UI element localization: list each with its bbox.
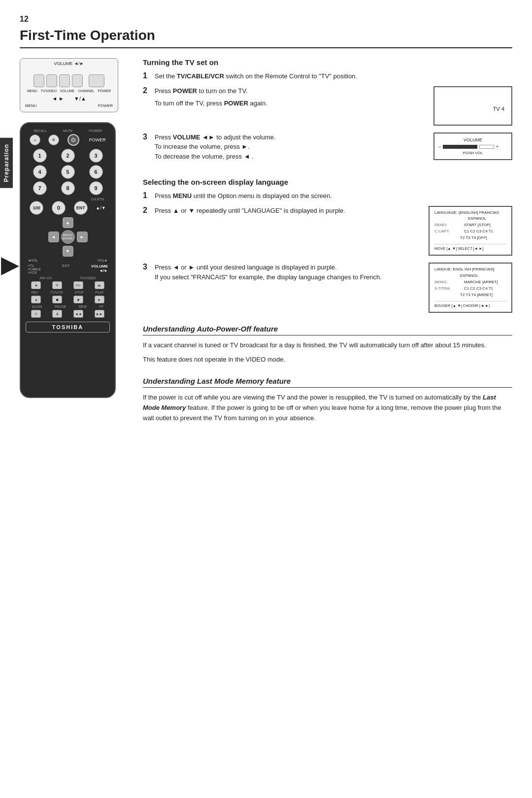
volume-minus: – (438, 144, 441, 149)
label-tvvcr: TV/VCR (50, 291, 63, 294)
lang-diag1-demo-value: START [STOP] (464, 222, 491, 229)
lang-step3-content: Press ◄ or ► until your desired language… (155, 263, 421, 282)
volume-bar-empty (479, 145, 494, 149)
step1-content: Set the TV/CABLE/VCR switch on the Remot… (155, 71, 512, 81)
dpad-center[interactable]: MENU/ENTER (61, 230, 75, 244)
dpad-left[interactable]: ◄ (48, 232, 59, 242)
btn-rew[interactable]: ◄◄ (73, 310, 83, 318)
lang-diag2-stitre-value: C1 C2 C3 C4 T1 (464, 286, 493, 292)
btn-rec[interactable]: ● (31, 296, 41, 303)
btn-stop[interactable]: ■ (73, 296, 83, 303)
remote-btn-power-top[interactable] (89, 74, 104, 87)
btn-fav-ch[interactable]: ▼ (31, 281, 41, 289)
lang-diag1-language: LANGUAGE: [ENGLISH] FRANCAIS (434, 210, 499, 216)
left-column: VOLUME ◄/► MENU TV/VIDEO VOLUME CHANNEL … (20, 58, 128, 435)
step2-num: 2 (143, 86, 151, 95)
lang-diag2-espanol: ESPANOL (460, 273, 478, 279)
language-diagram2: LANGUE: ENGL ISH [FRANCAIS] ESPANOL DEMO… (429, 263, 512, 313)
remote-top-diagram: VOLUME ◄/► MENU TV/VIDEO VOLUME CHANNEL … (20, 58, 118, 112)
section-language-title: Selecting the on-screen display language (143, 178, 512, 186)
label-cable: +CABLE (28, 267, 41, 271)
lang-step2-num: 2 (143, 206, 151, 215)
lang-step1-content: Press MENU until the Option menu is disp… (155, 191, 512, 201)
volume-label-top: VOLUME ◄/► (54, 61, 84, 66)
label-tv: +TV (28, 264, 41, 267)
label-exit: EXIT (62, 264, 70, 267)
btn-4[interactable]: 4 (33, 165, 47, 179)
tv-screen-diagram: TV 4 (433, 86, 512, 126)
page-number: 12 (20, 15, 512, 24)
label-tv-video: TV/VIDEO (80, 276, 96, 280)
label-play: PLAY (96, 291, 104, 294)
lang-diag2-stitre-label: S.TITRA: (434, 286, 460, 292)
lang-diag2-langue: LANGUE: ENGL ISH [FRANCAIS] (434, 266, 495, 273)
label-power-top: POWER (98, 89, 111, 93)
label-vol-left: ◄VOL (28, 259, 38, 262)
label-menu-bottom: MENU (25, 103, 37, 108)
lang-step3-num: 3 (143, 263, 151, 271)
label-tvvideo: TV/VIDEO (40, 89, 57, 93)
btn-tv-vcr[interactable]: ▷▷ (73, 281, 83, 289)
auto-power-body2: This feature does not operate in the VID… (143, 355, 512, 365)
dpad-down[interactable]: ▼ (63, 246, 73, 257)
btn-2[interactable]: 2 (61, 149, 75, 163)
btn-3[interactable]: 3 (89, 149, 103, 163)
dpad-right[interactable]: ► (77, 232, 88, 242)
btn-7[interactable]: 7 (33, 181, 47, 195)
volume-bar-fill (443, 145, 477, 149)
label-mute: MUTE (63, 129, 73, 133)
lang-step1-num: 1 (143, 191, 151, 200)
label-power-bottom: POWER (98, 103, 113, 108)
label-ff: FF (100, 305, 104, 308)
remote-btn-channel[interactable] (72, 74, 83, 87)
volume-annotation: VOLUME◄/► (91, 264, 108, 273)
volume-bar-diagram: VOLUME – + PUSH VOL (433, 133, 512, 160)
lang-diag1-ccapt-value2: T2 T3 T4 [OFF] (460, 235, 487, 241)
btn-recall[interactable]: ☺ (30, 134, 40, 145)
btn-mute[interactable]: ✕ (48, 134, 59, 145)
btn-play[interactable]: ► (95, 296, 104, 303)
btn-ent[interactable]: ENT (74, 201, 88, 215)
big-arrow-icon: ▶ (1, 250, 19, 278)
btn-1[interactable]: 1 (33, 149, 47, 163)
volume-plus: + (496, 144, 499, 149)
label-vol-right: VOL► (98, 259, 108, 262)
btn-slow[interactable]: ▷ (31, 310, 41, 318)
btn-tvvcr[interactable]: ⏺ (52, 296, 62, 303)
btn-6[interactable]: 6 (89, 165, 103, 179)
step2-off-text: To turn off the TV, press POWER again. (155, 99, 426, 108)
section-last-mode: Understanding Last Mode Memory feature I… (143, 377, 512, 423)
step3-num: 3 (143, 133, 151, 141)
lang-diag1-footer: MOVE [▲ ▼] SELECT [◄ ►] (434, 244, 506, 252)
btn-pause[interactable]: ⏸ (52, 310, 62, 318)
lang-diag1-demo-label: DEMO: (434, 222, 460, 229)
dpad-up[interactable]: ▲ (63, 217, 73, 228)
label-vol: VOLUME (60, 89, 75, 93)
btn-power-main[interactable]: ⏻ (67, 134, 79, 146)
label-vcr: +VCR (28, 271, 41, 274)
btn-9[interactable]: 9 (89, 181, 103, 195)
remote-btn-menu[interactable] (33, 74, 44, 87)
label-fav-ch: FAV CH (39, 276, 52, 280)
preparation-tab: Preparation (0, 138, 13, 188)
btn-rec-icon[interactable]: ⊙ (52, 281, 62, 289)
label-stop: STOP (74, 291, 84, 294)
btn-ff[interactable]: ►► (95, 310, 104, 318)
language-diagram1: LANGUAGE: [ENGLISH] FRANCAIS ESPANOL DEM… (429, 206, 512, 256)
label-channel: CHANNEL (78, 89, 94, 93)
remote-btn-tvvideo[interactable] (46, 74, 57, 87)
label-slow: SLOW (32, 305, 42, 308)
btn-5[interactable]: 5 (61, 165, 75, 179)
lang-diag2-demo-label: DEMO: (434, 279, 460, 286)
auto-power-body1: If a vacant channel is tuned or TV broad… (143, 340, 512, 351)
remote-btn-volume[interactable] (59, 74, 70, 87)
label-rec: REC (32, 291, 39, 294)
right-column: Turning the TV set on 1 Set the TV/CABLE… (143, 58, 512, 435)
btn-100[interactable]: 100 (30, 201, 43, 215)
btn-0[interactable]: 0 (52, 201, 66, 215)
last-mode-body: If the power is cut off while you are vi… (143, 393, 512, 423)
btn-tv-video[interactable]: ⏯ (95, 281, 104, 289)
label-recall: RECALL (33, 129, 47, 133)
btn-8[interactable]: 8 (61, 181, 75, 195)
remote-full-diagram: RECALL MUTE POWER ☺ ✕ ⏻ POWER 1 2 3 (20, 122, 116, 398)
